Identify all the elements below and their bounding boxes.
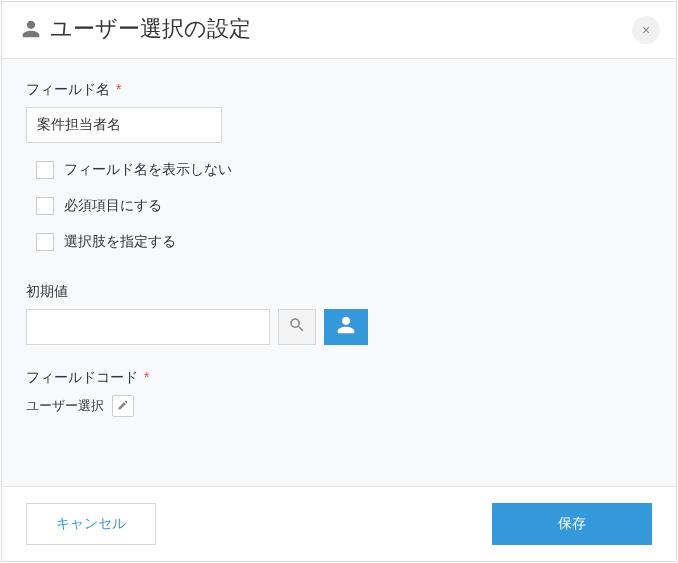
save-button[interactable]: 保存 xyxy=(492,503,652,545)
checkbox-specify-choices-row: 選択肢を指定する xyxy=(36,233,652,251)
field-code-label: フィールドコード * xyxy=(26,369,652,387)
field-code-row: ユーザー選択 xyxy=(26,395,652,417)
field-name-group: フィールド名 * xyxy=(26,81,652,143)
dialog-header: ユーザー選択の設定 × xyxy=(2,2,676,58)
field-name-input[interactable] xyxy=(26,107,222,143)
field-name-label: フィールド名 * xyxy=(26,81,652,99)
user-picker-button[interactable] xyxy=(324,309,368,345)
dialog-footer: キャンセル 保存 xyxy=(2,487,676,561)
required-mark-code: * xyxy=(144,369,149,385)
dialog-title: ユーザー選択の設定 xyxy=(50,14,251,44)
initial-value-group: 初期値 xyxy=(26,283,652,345)
checkbox-make-required[interactable] xyxy=(36,197,54,215)
search-button[interactable] xyxy=(278,309,316,345)
field-name-label-text: フィールド名 xyxy=(26,81,110,97)
cancel-button[interactable]: キャンセル xyxy=(26,503,156,545)
pencil-icon xyxy=(117,397,129,415)
checkbox-specify-choices-label[interactable]: 選択肢を指定する xyxy=(64,233,176,251)
close-icon: × xyxy=(642,22,650,38)
initial-value-row xyxy=(26,309,652,345)
cancel-button-label: キャンセル xyxy=(56,515,126,533)
save-button-label: 保存 xyxy=(558,515,586,533)
checkbox-hide-field-name-label[interactable]: フィールド名を表示しない xyxy=(64,161,232,179)
user-select-settings-dialog: ユーザー選択の設定 × フィールド名 * フィールド名を表示しない 必須項目にす… xyxy=(1,1,677,562)
initial-value-input[interactable] xyxy=(26,309,270,345)
checkbox-make-required-label[interactable]: 必須項目にする xyxy=(64,197,162,215)
field-code-group: フィールドコード * ユーザー選択 xyxy=(26,369,652,417)
checkbox-hide-field-name-row: フィールド名を表示しない xyxy=(36,161,652,179)
search-icon xyxy=(288,316,306,338)
edit-field-code-button[interactable] xyxy=(112,395,134,417)
field-code-label-text: フィールドコード xyxy=(26,369,138,385)
checkbox-specify-choices[interactable] xyxy=(36,233,54,251)
user-icon xyxy=(20,18,42,40)
initial-value-label: 初期値 xyxy=(26,283,652,301)
checkbox-hide-field-name[interactable] xyxy=(36,161,54,179)
close-button[interactable]: × xyxy=(632,16,660,44)
checkbox-make-required-row: 必須項目にする xyxy=(36,197,652,215)
field-code-value: ユーザー選択 xyxy=(26,397,104,415)
required-mark: * xyxy=(116,81,121,97)
user-picker-icon xyxy=(336,315,356,339)
dialog-body: フィールド名 * フィールド名を表示しない 必須項目にする 選択肢を指定する 初… xyxy=(2,58,676,487)
